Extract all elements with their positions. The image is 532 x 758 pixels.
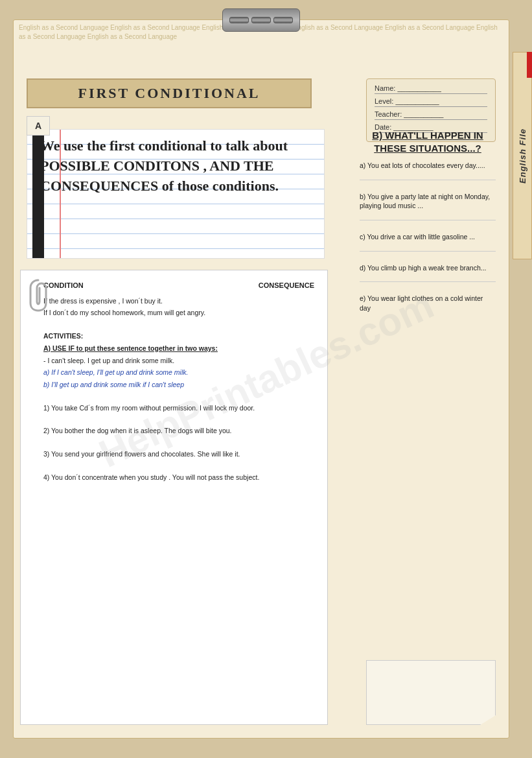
worksheet-area: CONDITION CONSEQUENCE If the dress is ex… <box>20 270 328 725</box>
activity-a-answer-b: b) I'll get up and drink some milk if I … <box>43 379 314 390</box>
folder-tab-red-accent <box>527 52 532 78</box>
consequence-header: CONSEQUENCE <box>259 280 314 292</box>
binder-strip <box>32 130 44 258</box>
condition-header: CONDITION <box>43 280 84 292</box>
teacher-field: Teacher: __________ <box>375 110 487 120</box>
activity-a-base: - I can't sleep. I get up and drink some… <box>43 355 314 366</box>
b-item-e: e) You wear light clothes on a cold wint… <box>360 294 496 322</box>
main-title: FIRST CONDITIONAL <box>78 85 260 101</box>
activity-3: 3) You send your girlfriend flowers and … <box>43 449 314 460</box>
title-box: FIRST CONDITIONAL <box>27 78 312 108</box>
activity-1: 1) You take Cd´s from my room without pe… <box>43 403 314 414</box>
name-field: Name: ___________ <box>375 84 487 94</box>
b-item-d: d) You climb up high a weak tree branch.… <box>360 263 496 283</box>
page-background: HelpPrintables.com English as a Second L… <box>0 0 532 758</box>
b-section: B) WHAT'LL HAPPEN IN THESE SITUATIONS...… <box>360 129 496 334</box>
activity-a-answer-a: a) If I can't sleep, I'll get up and dri… <box>43 367 314 378</box>
main-content-area: English as a Second Language English as … <box>13 19 509 739</box>
paperclip-icon <box>29 277 48 313</box>
binder-clip-groove-2 <box>251 17 271 23</box>
activity-a-instruction: A) USE IF to put these sentence together… <box>43 343 314 354</box>
activity-4: 4) You don´t concentrate when you study … <box>43 472 314 483</box>
b-item-a: a) You eat lots of chocolates every day.… <box>360 161 496 180</box>
intro-section: We use the first conditional to talk abo… <box>27 129 325 259</box>
torn-paper <box>366 660 496 725</box>
activities-label: ACTIVITIES: <box>43 331 314 342</box>
worksheet-header: CONDITION CONSEQUENCE <box>43 280 314 292</box>
b-section-title: B) WHAT'LL HAPPEN IN THESE SITUATIONS...… <box>360 129 496 154</box>
b-item-c: c) You drive a car with little gasoline … <box>360 232 496 252</box>
binder-clip <box>222 8 300 32</box>
folder-tab: English File <box>513 52 532 259</box>
blue-lines-area: We use the first conditional to talk abo… <box>27 130 324 258</box>
level-field: Level: ___________ <box>375 97 487 107</box>
folder-tab-label: English File <box>518 128 527 184</box>
intro-text: We use the first conditional to talk abo… <box>40 136 311 196</box>
a-tab: A <box>27 116 50 136</box>
activity-2: 2) You bother the dog when it is asleep.… <box>43 425 314 436</box>
binder-clip-groove-1 <box>229 17 249 23</box>
b-item-b: b) You give a party late at night on Mon… <box>360 192 496 220</box>
binder-clip-groove-3 <box>273 17 293 23</box>
example-1: If the dress is expensive , I won´t buy … <box>43 296 314 307</box>
example-2: If I don´t do my school homework, mum wi… <box>43 307 314 318</box>
